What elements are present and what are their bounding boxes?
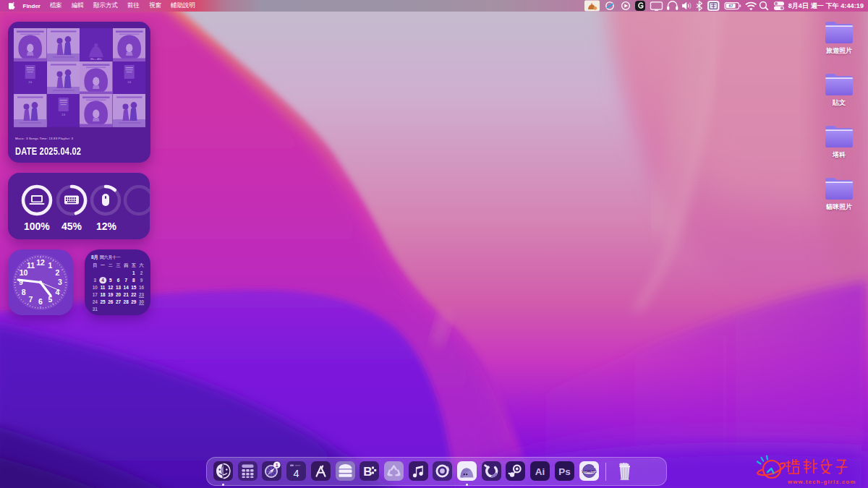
svg-text:Ai: Ai: [535, 466, 545, 477]
svg-text:12: 12: [36, 258, 45, 267]
svg-text:1: 1: [276, 463, 278, 468]
svg-text:1: 1: [48, 261, 53, 270]
svg-text:Ps: Ps: [558, 466, 571, 477]
svg-text:7: 7: [29, 295, 33, 304]
svg-text:4: 4: [294, 468, 299, 479]
svg-text:100%: 100%: [24, 221, 50, 232]
svg-text:2.6: 2.6: [29, 81, 33, 84]
svg-text:2.6: 2.6: [127, 81, 131, 84]
svg-text:67: 67: [728, 4, 733, 8]
svg-text:Mia + Allie: Mia + Allie: [90, 58, 102, 61]
svg-text:WORLDS: WORLDS: [582, 470, 596, 474]
svg-text:45%: 45%: [61, 221, 82, 232]
svg-text:6: 6: [38, 297, 43, 306]
svg-text:B: B: [364, 465, 373, 479]
svg-text:11: 11: [27, 261, 35, 270]
svg-text:3: 3: [58, 278, 62, 286]
svg-text:12%: 12%: [96, 221, 117, 232]
svg-text:8: 8: [22, 288, 26, 296]
svg-text:www.tech-girlz.com: www.tech-girlz.com: [787, 479, 856, 485]
svg-text:2.6: 2.6: [61, 114, 65, 116]
svg-text:2: 2: [55, 268, 59, 277]
